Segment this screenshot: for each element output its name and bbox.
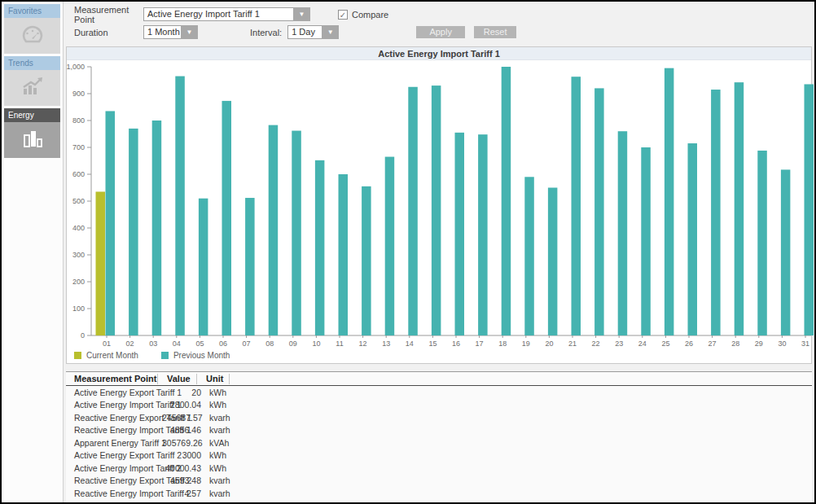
toolbar: Measurement Point Active Energy Import T… [64,2,814,46]
svg-text:10: 10 [312,340,320,347]
svg-text:27: 27 [709,340,717,347]
measurement-point-cell: Active Energy Import Tariff 1 [66,400,162,410]
bar-previous-month [524,177,534,335]
svg-text:31: 31 [801,340,809,347]
table-row: Apparent Energy Tariff 1 305769.26 kVAh [66,436,812,449]
gauge-icon [20,24,45,48]
bar-previous-month [641,147,651,335]
svg-text:24: 24 [638,340,647,347]
legend-swatch-icon [161,352,169,359]
unit-cell: kvarh [201,489,238,498]
duration-dropdown[interactable]: 1 Month ▼ [143,25,198,39]
svg-text:01: 01 [103,340,111,347]
chevron-down-icon[interactable]: ▼ [181,25,198,39]
svg-text:22: 22 [592,340,600,347]
table-row: Active Energy Import Tariff 1 2800.04 kW… [66,399,812,412]
bar-previous-month [757,151,767,335]
svg-text:15: 15 [428,340,437,347]
svg-text:400: 400 [72,224,85,232]
bar-previous-month [618,131,628,335]
reset-button[interactable]: Reset [474,26,516,38]
value-cell: 2800.04 [162,400,201,410]
bar-previous-month [362,186,371,335]
svg-text:100: 100 [72,305,85,313]
bar-previous-month [152,121,162,335]
compare-checkbox[interactable]: ✓ Compare [338,10,388,20]
table-row: Reactive Energy Export Tariff 1 245687.5… [66,411,812,424]
bar-previous-month [245,198,255,335]
svg-text:16: 16 [452,340,460,347]
app-window: Favorites Trends [0,0,816,504]
svg-text:17: 17 [476,340,484,347]
value-cell: 4.57 [162,489,201,498]
value-cell: 3000 [162,450,201,460]
svg-text:500: 500 [72,197,85,205]
bar-previous-month [735,82,744,335]
legend-item: Current Month [74,351,138,360]
unit-cell: kWh [201,400,238,410]
value-cell: 40000.43 [162,463,201,473]
table-row: Active Energy Import Tariff 2 40000.43 k… [66,462,812,475]
bar-previous-month [269,125,279,335]
bar-previous-month [315,160,325,335]
bar-previous-month [665,68,674,335]
measurement-point-value: Active Energy Import Tariff 1 [143,7,293,21]
checkbox-check-icon[interactable]: ✓ [338,10,348,20]
svg-text:12: 12 [359,340,367,347]
svg-text:09: 09 [289,340,297,347]
sidebar-item-energy[interactable]: Energy [4,108,60,158]
unit-cell: kVAh [201,438,238,448]
table-row: Active Energy Export Tariff 2 3000 kWh [66,449,812,462]
apply-button[interactable]: Apply [416,26,465,38]
bar-previous-month [432,85,441,335]
svg-text:02: 02 [126,340,134,347]
svg-text:28: 28 [731,340,739,347]
favorites-label: Favorites [4,4,60,18]
svg-text:14: 14 [406,340,414,347]
svg-text:06: 06 [219,340,227,347]
bar-previous-month [594,88,604,335]
chart-panel: Active Energy Import Tariff 1 0100200300… [66,46,812,364]
chart-title: Active Energy Import Tariff 1 [67,47,811,60]
value-cell: 20 [162,388,201,397]
table-row: Active Energy Export Tariff 1 20 kWh [66,386,812,399]
measurement-point-dropdown[interactable]: Active Energy Import Tariff 1 ▼ [143,7,310,21]
svg-text:29: 29 [755,340,763,347]
measurement-point-cell: Reactive Energy Import Tariff 2 [66,489,162,498]
bar-previous-month [688,143,698,335]
measurement-table: Measurement Point Value Unit Active Ener… [66,371,812,502]
unit-cell: kvarh [201,425,238,435]
bar-previous-month [478,134,488,335]
bar-previous-month [292,131,301,335]
chevron-down-icon[interactable]: ▼ [293,7,310,21]
bar-previous-month [805,84,814,335]
interval-dropdown[interactable]: 1 Day ▼ [287,25,339,39]
sidebar-item-trends[interactable]: Trends [4,56,60,106]
bar-current-month [96,191,106,335]
bar-chart-icon [20,127,46,153]
main-content: Measurement Point Active Energy Import T… [64,2,814,502]
legend-label: Current Month [86,351,138,360]
column-measurement-point: Measurement Point [66,374,158,384]
svg-text:300: 300 [72,251,85,259]
svg-text:23: 23 [615,340,623,347]
sidebar-item-favorites[interactable]: Favorites [4,4,60,54]
value-cell: 393579.58 [162,501,201,502]
svg-text:26: 26 [685,340,693,347]
svg-text:600: 600 [72,170,85,178]
svg-text:900: 900 [72,90,85,98]
svg-text:800: 800 [72,116,85,125]
measurement-point-label: Measurement Point [74,5,133,24]
svg-text:03: 03 [149,340,157,347]
svg-text:05: 05 [195,340,204,347]
bar-previous-month [711,90,721,335]
unit-cell: kWh [201,450,238,460]
duration-value: 1 Month [143,25,181,39]
chart-legend: Current MonthPrevious Month [67,347,811,363]
bar-previous-month [199,199,208,335]
interval-label: Interval: [250,28,282,37]
column-unit: Unit [201,374,230,384]
chevron-down-icon[interactable]: ▼ [322,25,339,39]
svg-text:07: 07 [243,340,251,347]
bar-previous-month [339,174,349,335]
